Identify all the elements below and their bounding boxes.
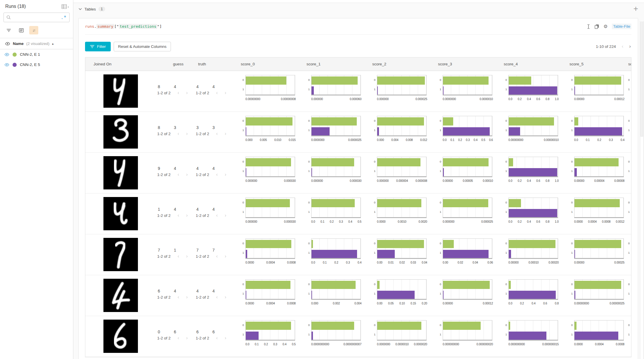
name-column-label: Name [13,41,24,46]
x-tick-label: 0.000000 [377,97,389,101]
column-header-score_0[interactable]: score_0 [232,62,298,66]
column-header-joined-on[interactable]: Joined On [85,62,153,66]
x-tick-label: 0.0 [574,138,578,142]
cell-next-button[interactable]: › [225,336,226,340]
table-row[interactable]: 061-2 of 2‹›661-2 of 2‹›010.00.10.20.30.… [85,316,631,357]
histogram-bar-run1 [311,117,357,126]
run-visibility-eye-icon[interactable] [4,53,9,56]
run-list-item[interactable]: CNN-2, E 1 [0,49,73,60]
prev-page-button[interactable]: ‹ [622,43,624,49]
x-tick-label: 0.4 [532,302,535,305]
cell-prev-button[interactable]: ‹ [216,172,218,177]
y-tick-label: 0 [505,323,507,327]
query-expression[interactable]: runs.summary["test_predictions"] [85,24,162,29]
cell-prev-button[interactable]: ‹ [178,254,179,259]
histogram-plot [574,320,624,341]
visibility-eye-icon[interactable] [5,42,10,46]
runs-group-button[interactable] [17,26,26,34]
run-name-label[interactable]: CNN-2, E 5 [20,62,40,67]
runs-filter-button[interactable] [4,26,13,34]
copy-icon[interactable] [595,24,599,29]
histogram-plot [443,238,492,259]
reset-automate-columns-button[interactable]: Reset & Automate Columns [114,42,171,51]
cell-prev-button[interactable]: ‹ [178,131,179,136]
next-page-button[interactable]: › [629,43,631,49]
cell-prev-button[interactable]: ‹ [178,336,179,340]
cell-prev-button[interactable]: ‹ [216,213,218,218]
y-tick-label: 1 [505,292,507,295]
cell-prev-button[interactable]: ‹ [216,254,218,259]
x-tick-label: 0.0000025 [348,138,361,142]
cell-next-button[interactable]: › [225,131,226,136]
table-row[interactable]: 831-2 of 2‹›331-2 of 2‹›010.0000.0050.01… [85,112,631,153]
cell-prev-button[interactable]: ‹ [216,336,218,340]
top-strip [73,0,644,3]
table-row[interactable]: 941-2 of 2‹›441-2 of 2‹›010.0000000.0000… [85,153,631,194]
column-header-score_2[interactable]: score_2 [363,62,429,66]
y-tick-label: 0 [440,119,441,122]
chevron-down-icon[interactable] [79,8,82,10]
vertical-scrollbar[interactable] [640,21,644,359]
run-list-item[interactable]: CNN-2, E 5 [0,60,73,70]
run-visibility-eye-icon[interactable] [4,63,9,67]
cell-prev-button[interactable]: ‹ [178,213,179,218]
histogram-y-axis: 01 [438,75,443,95]
column-header-score_3[interactable]: score_3 [429,62,495,66]
runs-search-input[interactable] [13,15,59,20]
cell-prev-button[interactable]: ‹ [216,131,218,136]
cell-next-button[interactable]: › [186,295,188,299]
y-tick-label: 0 [243,323,244,327]
column-header-score_4[interactable]: score_4 [495,62,561,66]
column-header-truth[interactable]: truth [191,62,232,66]
score-histogram: 01 [307,116,363,136]
x-tick-label: 0.3 [273,343,277,346]
cell-next-button[interactable]: › [225,90,226,95]
table-file-link[interactable]: Table-File [612,24,631,29]
cell-prev-button[interactable]: ‹ [178,172,179,177]
histogram-bar-run2 [509,209,557,217]
scrollbar-thumb[interactable] [640,22,643,137]
cell-next-button[interactable]: › [225,213,226,218]
column-header-score_5[interactable]: score_5 [561,62,626,66]
cell-prev-button[interactable]: ‹ [216,90,218,95]
y-tick-label: 1 [243,251,244,254]
regex-toggle[interactable]: .* [61,15,67,20]
run-name-label[interactable]: CNN-2, E 1 [20,52,40,57]
cell-next-button[interactable]: › [186,336,188,340]
cell-next-button[interactable]: › [186,213,188,218]
runs-search-box[interactable]: .* [4,13,70,22]
table-row[interactable]: 141-2 of 2‹›441-2 of 2‹›010.0000000.0000… [85,194,631,234]
cell-next-button[interactable]: › [186,254,188,259]
cell-pagination-label: 1-2 of 2 [196,91,209,95]
table-row[interactable]: 641-2 of 2‹›441-2 of 2‹›010.00000.00040.… [85,275,631,316]
cell-next-button[interactable]: › [186,131,188,136]
cell-next-button[interactable]: › [225,295,226,299]
cell-next-button[interactable]: › [225,172,226,177]
table-row[interactable]: 711-2 of 2‹›771-2 of 2‹›010.00000.00040.… [85,234,631,275]
gear-icon[interactable]: ⚙ [603,24,607,29]
runs-name-column-header[interactable]: Name (2 visualized) ▲ [0,38,73,49]
cell-prev-button[interactable]: ‹ [178,90,179,95]
histogram-y-axis: 01 [438,238,443,259]
expand-sidebar-icon[interactable]: › [67,4,69,9]
cell-next-button[interactable]: › [186,90,188,95]
tables-section-title[interactable]: Tables [84,7,96,11]
column-header-score_6[interactable]: score_6 [626,62,631,66]
runs-table-view-icon[interactable] [62,4,67,9]
cell-prev-button[interactable]: ‹ [216,295,218,299]
sort-caret-icon[interactable]: ▲ [51,42,54,45]
cell-prev-button[interactable]: ‹ [178,295,179,299]
runs-sort-button[interactable]: ↓↑ [29,26,38,34]
text-cursor-icon[interactable] [587,24,590,29]
table-row[interactable]: 841-2 of 2‹›441-2 of 2‹›010.000000000.00… [85,71,631,112]
x-tick-label: 0.000030 [284,179,296,182]
column-header-guess[interactable]: guess [153,62,191,66]
add-panel-button[interactable]: + [633,5,638,13]
histogram-bar-run1 [574,322,577,330]
column-header-score_1[interactable]: score_1 [298,62,363,66]
y-tick-label: 0 [440,323,441,327]
filter-button[interactable]: Filter [85,42,111,51]
cell-next-button[interactable]: › [186,172,188,177]
cell-next-button[interactable]: › [225,254,226,259]
y-tick-label: 0 [243,283,244,286]
